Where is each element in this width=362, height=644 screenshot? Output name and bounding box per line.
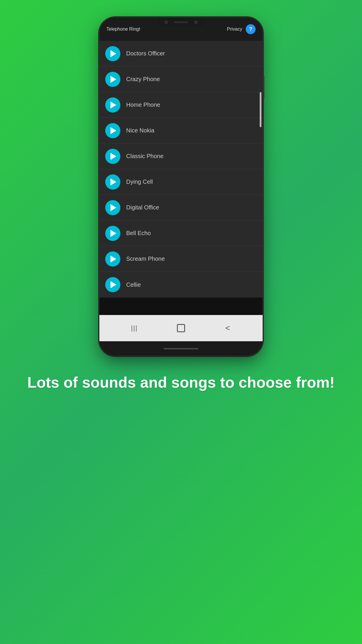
list-item[interactable]: Nice Nokia — [99, 118, 263, 144]
ringtone-name-2: Crazy Phone — [126, 76, 160, 83]
list-item[interactable]: Doctors Officer — [99, 41, 263, 66]
ringtone-name-9: Scream Phone — [126, 256, 165, 262]
notch-camera-left — [164, 20, 168, 24]
help-button[interactable]: ? — [246, 24, 256, 34]
ringtone-name-5: Classic Phone — [126, 153, 164, 160]
list-item[interactable]: Crazy Phone — [99, 66, 263, 92]
ringtone-name-7: Digital Office — [126, 204, 159, 211]
play-button-10[interactable] — [105, 277, 120, 292]
phone-container: Telephone Ringt Privacy ? Doctors Office… — [99, 18, 263, 356]
play-icon-2 — [110, 76, 116, 83]
ringtone-name-8: Bell Echo — [126, 230, 151, 237]
ringtone-name-1: Doctors Officer — [126, 50, 165, 57]
play-icon-5 — [110, 153, 116, 160]
phone-bottom — [99, 341, 263, 356]
notch-speaker — [174, 21, 188, 23]
list-item[interactable]: Bell Echo — [99, 220, 263, 246]
play-button-5[interactable] — [105, 149, 120, 164]
play-icon-8 — [110, 230, 116, 237]
play-button-6[interactable] — [105, 174, 120, 190]
play-icon-1 — [110, 50, 116, 57]
play-button-1[interactable] — [105, 46, 120, 61]
play-icon-3 — [110, 102, 116, 108]
ringtone-list: Doctors Officer Crazy Phone Home Phone N… — [99, 41, 263, 298]
home-button[interactable] — [174, 321, 188, 335]
list-item[interactable]: Dying Cell — [99, 169, 263, 195]
play-button-4[interactable] — [105, 123, 120, 138]
play-icon-10 — [110, 281, 116, 288]
home-bar — [164, 348, 198, 349]
list-item[interactable]: Scream Phone — [99, 246, 263, 272]
play-icon-7 — [110, 204, 116, 211]
list-item[interactable]: Digital Office — [99, 195, 263, 220]
status-bar: Telephone Ringt Privacy ? — [99, 18, 263, 41]
list-item[interactable]: Cellie — [99, 272, 263, 298]
black-bar — [99, 298, 263, 315]
ringtone-name-3: Home Phone — [126, 102, 160, 108]
phone-screen: Telephone Ringt Privacy ? Doctors Office… — [99, 18, 263, 356]
scroll-indicator — [260, 92, 261, 127]
play-button-3[interactable] — [105, 97, 120, 113]
back-button[interactable] — [220, 321, 235, 335]
recent-apps-button[interactable] — [127, 321, 142, 335]
privacy-label[interactable]: Privacy — [227, 27, 242, 32]
header-right: Privacy ? — [227, 24, 256, 34]
nav-bar — [99, 315, 263, 341]
play-button-2[interactable] — [105, 72, 120, 87]
play-icon-6 — [110, 178, 116, 186]
notch — [158, 18, 204, 27]
play-button-7[interactable] — [105, 200, 120, 215]
play-button-8[interactable] — [105, 226, 120, 241]
play-icon-4 — [110, 127, 116, 134]
notch-camera-right — [194, 20, 198, 24]
home-square-icon — [177, 324, 185, 332]
list-item[interactable]: Classic Phone — [99, 144, 263, 169]
app-title: Telephone Ringt — [106, 27, 140, 32]
play-button-9[interactable] — [105, 251, 120, 267]
ringtone-name-4: Nice Nokia — [126, 127, 154, 134]
ringtone-name-6: Dying Cell — [126, 178, 153, 185]
ringtone-name-10: Cellie — [126, 281, 141, 288]
list-item[interactable]: Home Phone — [99, 92, 263, 118]
bottom-tagline: Lots of sounds and songs to choose from! — [4, 373, 358, 391]
play-icon-9 — [110, 256, 116, 262]
